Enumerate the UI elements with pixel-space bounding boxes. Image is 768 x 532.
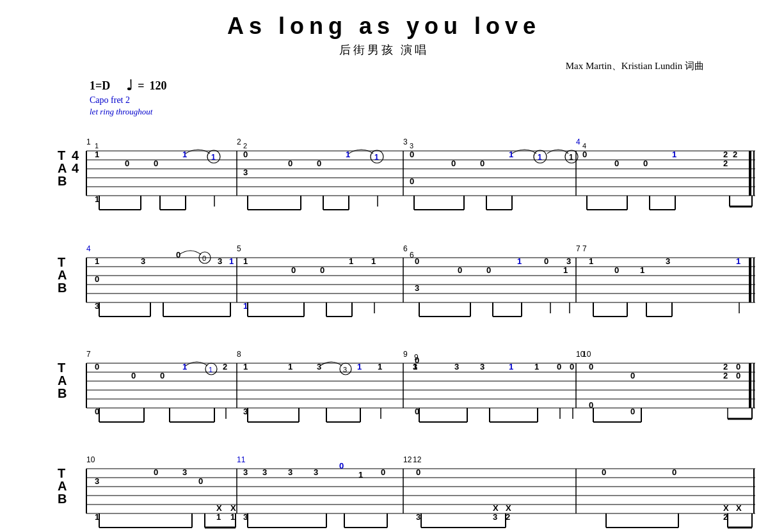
svg-text:0: 0 [602, 467, 606, 477]
svg-text:1: 1 [589, 256, 593, 266]
svg-text:0: 0 [451, 159, 456, 168]
svg-text:1: 1 [216, 512, 221, 522]
svg-text:1: 1 [534, 362, 539, 372]
svg-text:0: 0 [736, 371, 740, 380]
svg-text:T: T [58, 255, 65, 269]
svg-text:1: 1 [358, 470, 363, 480]
svg-text:0: 0 [415, 256, 419, 266]
page: As long as you love 后街男孩 演唱 Max Martin、K… [0, 0, 768, 532]
svg-text:1: 1 [95, 142, 99, 150]
svg-text:4: 4 [86, 244, 91, 253]
svg-text:0: 0 [291, 265, 296, 275]
svg-text:2: 2 [223, 362, 227, 372]
svg-text:X: X [216, 503, 222, 513]
svg-text:0: 0 [736, 362, 740, 372]
svg-text:1: 1 [509, 150, 513, 159]
svg-text:1: 1 [517, 256, 522, 266]
svg-text:7: 7 [576, 244, 580, 253]
svg-text:3: 3 [288, 467, 292, 477]
svg-text:1: 1 [640, 265, 644, 275]
svg-text:1: 1 [569, 153, 573, 162]
tab-notation: T A B 4 4 1 2 [38, 117, 730, 532]
svg-text:1: 1 [95, 256, 99, 266]
svg-text:3: 3 [493, 512, 497, 522]
svg-text:1: 1 [243, 362, 248, 372]
svg-text:A: A [58, 373, 67, 387]
title-section: As long as you love 后街男孩 演唱 Max Martin、K… [38, 13, 730, 72]
svg-text:1: 1 [374, 153, 379, 162]
svg-text:0: 0 [570, 362, 574, 372]
svg-text:1: 1 [182, 362, 187, 372]
svg-text:T: T [58, 466, 65, 480]
svg-text:0: 0 [131, 371, 136, 380]
svg-text:2: 2 [723, 371, 728, 380]
svg-text:3: 3 [416, 512, 420, 522]
svg-text:0: 0 [614, 159, 619, 168]
svg-text:3: 3 [262, 467, 267, 477]
svg-text:3: 3 [566, 256, 571, 266]
svg-text:0: 0 [672, 467, 676, 477]
svg-text:3: 3 [415, 283, 419, 293]
svg-text:2: 2 [243, 142, 247, 150]
svg-text:0: 0 [582, 150, 587, 159]
svg-text:0: 0 [614, 265, 619, 275]
song-title: As long as you love [38, 13, 730, 40]
svg-text:7: 7 [86, 350, 91, 359]
svg-text:1: 1 [209, 366, 212, 373]
svg-text:1: 1 [672, 150, 676, 159]
svg-text:0: 0 [243, 150, 248, 159]
note-symbol: ♩ [126, 77, 132, 94]
svg-text:1: 1 [229, 256, 234, 266]
svg-text:3: 3 [454, 362, 459, 372]
svg-text:1: 1 [371, 256, 376, 266]
svg-text:B: B [58, 492, 67, 506]
svg-text:2: 2 [723, 159, 728, 168]
svg-text:1: 1 [243, 256, 248, 266]
svg-text:1: 1 [563, 265, 568, 275]
svg-text:1: 1 [211, 153, 216, 162]
key-label: 1=D [90, 79, 110, 93]
svg-text:6: 6 [410, 251, 414, 260]
svg-text:1: 1 [346, 150, 350, 159]
subtitle: 后街男孩 演唱 [38, 42, 730, 58]
svg-text:0: 0 [154, 467, 158, 477]
svg-text:0: 0 [317, 159, 321, 168]
capo-info: Capo fret 2 [90, 95, 730, 106]
svg-text:3: 3 [343, 366, 347, 373]
let-ring: let ring throughout [90, 107, 730, 117]
svg-text:0: 0 [480, 159, 484, 168]
equals-sign: = [138, 79, 144, 93]
svg-text:3: 3 [243, 168, 248, 177]
svg-text:0: 0 [643, 159, 648, 168]
composer: Max Martin、Kristian Lundin 词曲 [38, 60, 730, 72]
svg-text:5: 5 [237, 244, 241, 253]
svg-text:4: 4 [576, 137, 580, 146]
svg-text:0: 0 [630, 407, 635, 416]
svg-text:0: 0 [415, 356, 419, 365]
svg-text:12: 12 [403, 455, 412, 464]
svg-text:0: 0 [486, 265, 491, 275]
svg-text:0: 0 [125, 159, 129, 168]
svg-text:2: 2 [506, 512, 510, 522]
svg-text:2: 2 [733, 150, 737, 159]
svg-text:1: 1 [86, 137, 91, 146]
svg-text:0: 0 [410, 176, 414, 186]
svg-text:2: 2 [237, 137, 241, 146]
svg-text:1: 1 [182, 150, 187, 159]
svg-text:1: 1 [509, 362, 513, 372]
svg-text:0: 0 [160, 371, 164, 380]
svg-text:10: 10 [582, 350, 591, 359]
svg-text:X: X [230, 503, 236, 513]
svg-text:X: X [493, 503, 499, 513]
svg-text:A: A [58, 161, 67, 175]
svg-text:0: 0 [320, 265, 324, 275]
svg-text:4: 4 [582, 142, 586, 150]
svg-text:0: 0 [544, 256, 548, 266]
svg-text:1: 1 [95, 150, 99, 159]
svg-text:0: 0 [176, 250, 180, 260]
svg-text:9: 9 [403, 350, 408, 359]
svg-text:1: 1 [538, 153, 542, 162]
svg-text:3: 3 [403, 137, 408, 146]
svg-text:X: X [736, 503, 742, 513]
svg-text:1: 1 [736, 256, 740, 266]
